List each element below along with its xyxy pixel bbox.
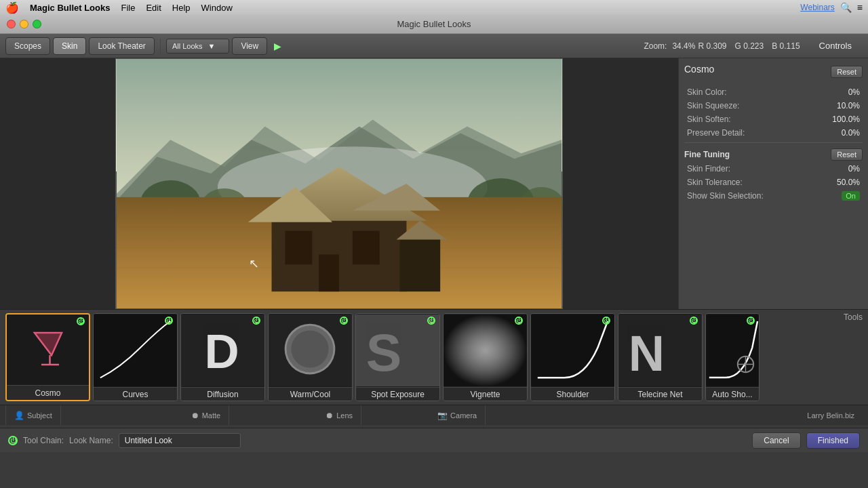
- color-info: R 0.309 G 0.223 B 0.115: [698, 41, 800, 51]
- fine-tuning-header: Fine Tuning Reset: [684, 148, 863, 161]
- zoom-info: Zoom: 34.4%: [644, 41, 695, 51]
- skin-button[interactable]: Skin: [53, 37, 86, 55]
- skin-tolerance-label: Skin Tolerance:: [687, 178, 743, 187]
- look-theater-button[interactable]: Look Theater: [89, 37, 155, 55]
- auto-sho-label: Auto Sho...: [706, 387, 759, 401]
- cosmo-power[interactable]: ⏻: [77, 317, 85, 325]
- reset-button[interactable]: Reset: [831, 66, 863, 78]
- help-menu[interactable]: Help: [172, 3, 191, 13]
- svg-rect-14: [353, 231, 380, 265]
- close-button[interactable]: [7, 20, 16, 28]
- minimize-button[interactable]: [20, 20, 28, 28]
- all-looks-dropdown[interactable]: All Looks ▼: [166, 39, 230, 54]
- effect-card-diffusion[interactable]: ⏻ D Diffusion: [180, 313, 265, 401]
- svg-text:S: S: [366, 323, 402, 383]
- skin-soften-label: Skin Soften:: [687, 115, 731, 124]
- vignette-label: Vignette: [443, 387, 527, 401]
- main-area: ↖ Cosmo Reset Skin Color: 0% Skin Squeez…: [0, 58, 868, 309]
- webinars-link[interactable]: Webinars: [800, 3, 834, 12]
- toolbar: Scopes Skin Look Theater All Looks ▼ Vie…: [0, 34, 868, 58]
- svg-rect-15: [319, 254, 339, 291]
- shoulder-power[interactable]: ⏻: [602, 317, 610, 325]
- tool-chain-label: Tool Chain:: [23, 436, 64, 445]
- effect-card-vignette[interactable]: ⏻ Vignette: [443, 313, 528, 401]
- preserve-detail-row: Preserve Detail: 0.0%: [684, 127, 863, 138]
- window-menu[interactable]: Window: [201, 3, 233, 13]
- tools-label: Tools: [844, 312, 863, 322]
- effect-card-telecine-net[interactable]: ⏻ N Telecine Net: [618, 313, 703, 401]
- status-buttons: Cancel Finished: [752, 432, 860, 449]
- svg-point-32: [291, 330, 328, 367]
- show-skin-selection-value[interactable]: On: [842, 191, 860, 201]
- window-title: Magic Bullet Looks: [397, 19, 471, 29]
- labels-bar: 👤 Subject ⏺ Matte ⏺ Lens 📷 Camera Larry …: [0, 405, 868, 425]
- effect-card-warm-cool[interactable]: ⏻ Warm/Cool: [268, 313, 353, 401]
- curves-power[interactable]: ⏻: [165, 317, 173, 325]
- right-panel: Cosmo Reset Skin Color: 0% Skin Squeeze:…: [678, 58, 868, 309]
- separator: [160, 39, 161, 54]
- subject-icon: 👤: [14, 411, 24, 420]
- menubar: 🍎 Magic Bullet Looks File Edit Help Wind…: [0, 0, 868, 15]
- diffusion-label: Diffusion: [181, 387, 264, 401]
- view-button[interactable]: View: [232, 37, 267, 55]
- camera-icon: 📷: [437, 411, 448, 420]
- lens-label: Lens: [336, 411, 353, 420]
- svg-text:D: D: [204, 325, 239, 378]
- fine-tuning-reset-button[interactable]: Reset: [831, 148, 863, 161]
- scopes-button[interactable]: Scopes: [5, 37, 50, 55]
- skin-finder-row: Skin Finder: 0%: [684, 163, 863, 174]
- warm-cool-thumbnail: [269, 314, 352, 387]
- telecine-net-label: Telecine Net: [618, 387, 702, 401]
- g-value: G 0.223: [735, 41, 764, 51]
- warm-cool-label: Warm/Cool: [269, 387, 352, 401]
- spot-exposure-thumbnail: S: [356, 314, 439, 387]
- status-bar: ⏻ Tool Chain: Look Name: Cancel Finished: [0, 428, 868, 452]
- curves-label: Curves: [94, 387, 177, 401]
- effect-card-auto-sho[interactable]: ⏻ Auto Sho...: [705, 313, 760, 401]
- edit-menu[interactable]: Edit: [146, 3, 161, 13]
- curves-thumbnail: [94, 314, 177, 387]
- matte-label: Matte: [202, 411, 221, 420]
- maximize-button[interactable]: [33, 20, 41, 28]
- svg-rect-19: [400, 238, 441, 292]
- effect-card-spot-exposure[interactable]: ⏻ S Spot Exposure: [355, 313, 440, 401]
- look-name-input[interactable]: [119, 433, 241, 448]
- shoulder-thumbnail: [531, 314, 614, 387]
- b-value: B 0.115: [772, 41, 800, 51]
- play-button[interactable]: ▶: [270, 39, 285, 54]
- vignette-power[interactable]: ⏻: [515, 317, 523, 325]
- subject-section: 👤 Subject: [5, 405, 61, 425]
- lens-icon: ⏺: [326, 411, 334, 420]
- telecine-net-thumbnail: N: [618, 314, 702, 387]
- cancel-button[interactable]: Cancel: [752, 432, 800, 449]
- skin-color-value: 0%: [848, 87, 860, 97]
- svg-text:N: N: [629, 326, 665, 382]
- tool-chain-power[interactable]: ⏻: [8, 436, 18, 445]
- shoulder-label: Shoulder: [531, 387, 614, 401]
- preserve-detail-label: Preserve Detail:: [687, 128, 745, 138]
- effects-strip: Tools ⏻ Cosmo ⏻: [0, 310, 868, 405]
- preserve-detail-value: 0.0%: [842, 128, 860, 138]
- camera-label: Camera: [450, 411, 477, 420]
- auto-sho-power[interactable]: ⏻: [747, 317, 755, 325]
- warm-cool-power[interactable]: ⏻: [340, 317, 348, 325]
- spot-exposure-power[interactable]: ⏻: [427, 317, 435, 325]
- app-name: Magic Bullet Looks: [30, 3, 110, 13]
- file-menu[interactable]: File: [121, 3, 135, 13]
- skin-tolerance-row: Skin Tolerance: 50.0%: [684, 177, 863, 188]
- effect-card-cosmo[interactable]: ⏻ Cosmo: [5, 313, 90, 401]
- telecine-net-power[interactable]: ⏻: [690, 317, 698, 325]
- search-icon[interactable]: 🔍: [840, 2, 852, 13]
- diffusion-power[interactable]: ⏻: [252, 317, 260, 325]
- skin-finder-value: 0%: [848, 164, 860, 174]
- matte-icon: ⏺: [191, 411, 199, 420]
- skin-finder-label: Skin Finder:: [687, 164, 730, 174]
- finished-button[interactable]: Finished: [806, 432, 860, 449]
- effect-card-curves[interactable]: ⏻ Curves: [93, 313, 178, 401]
- bottom-tools: Tools ⏻ Cosmo ⏻: [0, 309, 868, 428]
- cosmo-thumbnail: [7, 314, 89, 385]
- cosmo-label: Cosmo: [7, 385, 89, 400]
- effect-card-shoulder[interactable]: ⏻ Shoulder: [530, 313, 615, 401]
- apple-menu[interactable]: 🍎: [5, 1, 19, 14]
- skin-soften-value: 100.0%: [832, 115, 860, 124]
